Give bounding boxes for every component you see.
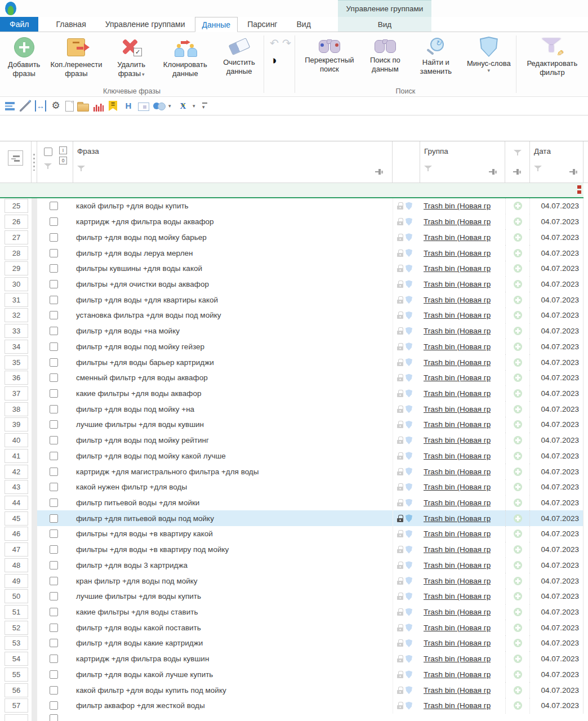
row-number[interactable]: 54 (5, 652, 28, 666)
add-to-group-icon[interactable] (514, 358, 522, 367)
shield-icon[interactable] (406, 577, 412, 585)
row-number[interactable]: 52 (5, 621, 28, 635)
add-to-group-icon[interactable] (514, 249, 522, 257)
add-to-group-icon[interactable] (514, 639, 522, 647)
shield-icon[interactable] (406, 561, 412, 569)
table-row[interactable]: 54 картридж +для фильтра воды кувшин Tra… (0, 651, 588, 667)
phrase-pin-icon[interactable] (375, 169, 383, 175)
shield-icon[interactable] (406, 483, 412, 491)
lock-icon[interactable] (397, 359, 403, 366)
lock-icon[interactable] (397, 452, 403, 460)
row-drag-handle[interactable] (32, 261, 37, 277)
group-link[interactable]: Trash bin (Новая гр (424, 311, 491, 319)
row-checkbox[interactable] (50, 577, 58, 585)
group-pin-icon[interactable] (489, 169, 497, 175)
lock-icon[interactable] (397, 687, 403, 694)
tab-главная[interactable]: Главная (46, 17, 95, 32)
table-row[interactable]: 49 кран фильтр +для воды под мойку Trash… (0, 573, 588, 589)
minus-words-dropdown-icon[interactable]: ▾ (488, 68, 491, 73)
row-number[interactable]: 45 (5, 511, 28, 526)
toggle-circles-icon[interactable] (153, 100, 164, 112)
row-number[interactable]: 46 (5, 527, 28, 541)
group-link[interactable]: Trash bin (Новая гр (424, 639, 491, 647)
h-columns-icon[interactable] (123, 100, 134, 112)
select-zeros-button[interactable]: 0 (59, 157, 67, 164)
add-to-group-icon[interactable] (514, 296, 522, 304)
row-drag-handle[interactable] (32, 604, 37, 620)
table-row[interactable]: 39 лучшие фильтры +для воды кувшин Trash… (0, 417, 588, 433)
row-checkbox[interactable] (50, 592, 58, 600)
group-link[interactable]: Trash bin (Новая гр (424, 561, 491, 569)
row-number[interactable]: 37 (5, 386, 28, 400)
row-checkbox[interactable] (50, 499, 58, 507)
add-to-group-icon[interactable] (514, 264, 522, 273)
group-link[interactable]: Trash bin (Новая гр (424, 624, 491, 632)
group-link[interactable]: Trash bin (Новая гр (424, 468, 491, 476)
row-checkbox[interactable] (50, 561, 58, 569)
lock-icon[interactable] (397, 390, 403, 397)
tab-парсинг[interactable]: Парсинг (238, 17, 287, 32)
row-checkbox[interactable] (50, 468, 58, 476)
row-number[interactable]: 42 (5, 465, 28, 479)
plus-col-filter-icon[interactable] (514, 149, 522, 156)
table-row[interactable]: 42 картридж +для магистрального фильтра … (0, 464, 588, 479)
lock-icon[interactable] (397, 421, 403, 428)
row-number[interactable]: 39 (5, 417, 28, 431)
add-to-group-icon[interactable] (514, 608, 522, 616)
row-drag-handle[interactable] (32, 510, 37, 526)
shield-icon[interactable] (406, 280, 412, 288)
row-drag-handle[interactable] (32, 682, 37, 698)
lock-icon[interactable] (397, 296, 403, 304)
auto-filter-row[interactable] (0, 183, 583, 198)
lock-icon[interactable] (397, 327, 403, 335)
bookmark-equals-icon[interactable] (108, 100, 119, 112)
shield-icon[interactable] (406, 405, 412, 413)
group-link[interactable]: Trash bin (Новая гр (424, 264, 491, 273)
group-link[interactable]: Trash bin (Новая гр (424, 670, 491, 679)
row-drag-handle[interactable] (32, 245, 37, 261)
group-link[interactable]: Trash bin (Новая гр (424, 701, 491, 710)
group-link[interactable]: Trash bin (Новая гр (424, 545, 491, 554)
contextual-tab-vid[interactable]: Вид (338, 17, 431, 32)
row-checkbox[interactable] (50, 358, 58, 367)
row-checkbox[interactable] (50, 701, 58, 710)
minus-words-button[interactable]: Минус-слова ▾ (462, 34, 516, 73)
group-link[interactable]: Trash bin (Новая гр (424, 686, 491, 695)
edit-filter-button[interactable]: ✎ Редактировать фильтр (518, 34, 586, 77)
group-link[interactable]: Trash bin (Новая гр (424, 655, 491, 663)
row-number[interactable]: 30 (5, 277, 28, 291)
row-drag-handle[interactable] (32, 651, 37, 667)
row-number[interactable]: 38 (5, 402, 28, 416)
table-row[interactable]: 25 какой фильтр +для воды купить Trash b… (0, 198, 588, 214)
shield-icon[interactable] (406, 655, 412, 663)
row-number[interactable]: 40 (5, 433, 28, 447)
shield-icon[interactable] (406, 452, 412, 460)
row-drag-handle[interactable] (32, 479, 37, 495)
tab-file[interactable]: Файл (0, 17, 38, 32)
add-to-group-icon[interactable] (514, 389, 522, 398)
table-row[interactable]: 50 лучшие фильтры +для воды купить Trash… (0, 589, 588, 604)
row-number[interactable]: 25 (5, 199, 28, 213)
table-row[interactable]: 30 фильтры +для очистки воды аквафор Tra… (0, 277, 588, 292)
copy-move-phrases-button[interactable]: Коп./перенести фразы (46, 34, 106, 78)
table-row[interactable]: 53 фильтр +для воды какие картриджи Tras… (0, 635, 588, 651)
header-phrase[interactable]: Фраза (73, 141, 393, 183)
group-link[interactable]: Trash bin (Новая гр (424, 249, 491, 257)
shield-icon[interactable] (406, 686, 412, 694)
data-search-button[interactable]: Поиск по данным (360, 34, 410, 73)
group-link[interactable]: Trash bin (Новая гр (424, 342, 491, 351)
row-checkbox[interactable] (50, 624, 58, 632)
row-drag-handle[interactable] (32, 714, 37, 721)
row-drag-handle[interactable] (32, 589, 37, 604)
row-checkbox[interactable] (50, 514, 58, 523)
group-link[interactable]: Trash bin (Новая гр (424, 529, 491, 538)
add-to-group-icon[interactable] (514, 217, 522, 226)
date-pin-icon[interactable] (569, 169, 577, 175)
lock-icon[interactable] (397, 624, 403, 631)
row-drag-handle[interactable] (32, 292, 37, 308)
shield-icon[interactable] (406, 311, 412, 319)
shield-icon[interactable] (406, 421, 412, 429)
shield-icon[interactable] (406, 437, 412, 444)
row-checkbox[interactable] (50, 639, 58, 647)
table-row[interactable]: 32 установка фильтра +для воды под мойку… (0, 308, 588, 323)
